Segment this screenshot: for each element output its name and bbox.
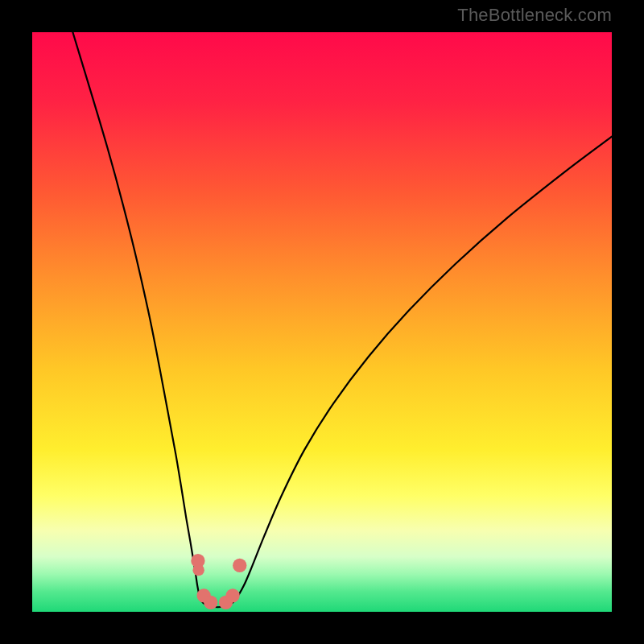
bottleneck-curve	[72, 32, 612, 607]
plot-area	[32, 32, 612, 612]
curve-layer	[32, 32, 612, 612]
valley-marker	[204, 596, 217, 609]
valley-markers	[191, 554, 246, 609]
valley-marker	[225, 588, 239, 602]
valley-marker	[233, 559, 246, 572]
figure-canvas: TheBottleneck.com	[0, 0, 644, 644]
valley-marker	[192, 564, 204, 576]
watermark-text: TheBottleneck.com	[457, 5, 612, 26]
